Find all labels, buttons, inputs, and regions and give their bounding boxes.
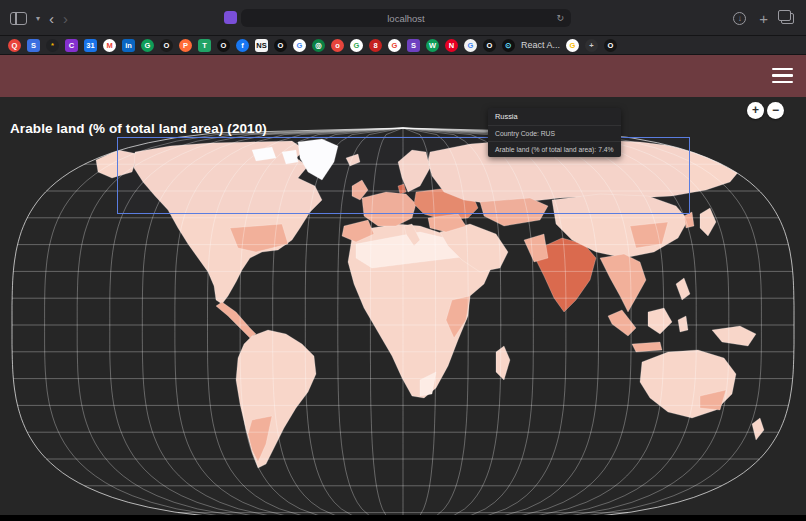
bookmark-favicon[interactable]: O bbox=[160, 39, 173, 52]
island-java[interactable] bbox=[632, 342, 662, 352]
bookmark-favicon[interactable]: G bbox=[141, 39, 154, 52]
bookmark-favicon[interactable]: O bbox=[604, 39, 617, 52]
bookmark-favicon[interactable]: O bbox=[274, 39, 287, 52]
bookmark-favicon[interactable]: N bbox=[445, 39, 458, 52]
bookmark-favicon[interactable]: in bbox=[122, 39, 135, 52]
chevron-down-icon[interactable]: ▾ bbox=[36, 14, 40, 23]
back-button[interactable]: ‹ bbox=[49, 11, 54, 26]
bookmark-favicon[interactable]: O bbox=[483, 39, 496, 52]
bookmark-favicon[interactable]: S bbox=[27, 39, 40, 52]
hamburger-menu-icon[interactable] bbox=[772, 68, 793, 83]
bookmark-favicon[interactable]: O bbox=[217, 39, 230, 52]
region-se-asia[interactable] bbox=[600, 254, 646, 312]
extension-icon[interactable] bbox=[224, 11, 237, 24]
country-australia[interactable] bbox=[640, 350, 736, 418]
tooltip-country-code: Country Code: RUS bbox=[488, 125, 621, 141]
bookmark-favicon[interactable]: C bbox=[65, 39, 78, 52]
bookmark-favicon[interactable]: ⊙ bbox=[502, 39, 515, 52]
tab-overview-icon[interactable] bbox=[781, 13, 794, 24]
zoom-out-button[interactable]: − bbox=[767, 102, 784, 119]
bookmark-favicon[interactable]: 31 bbox=[84, 39, 97, 52]
bookmark-favicon[interactable]: G bbox=[388, 39, 401, 52]
bookmark-favicon[interactable]: T bbox=[198, 39, 211, 52]
browser-titlebar: ▾ ‹ › localhost ↻ ↓ + bbox=[0, 0, 806, 36]
bookmark-favicon[interactable]: ◎ bbox=[312, 39, 325, 52]
country-new-zealand[interactable] bbox=[752, 418, 764, 440]
island-sulawesi[interactable] bbox=[678, 316, 688, 332]
bookmark-favicon[interactable]: f bbox=[236, 39, 249, 52]
country-madagascar[interactable] bbox=[496, 346, 510, 380]
window-bottom-edge bbox=[0, 515, 806, 521]
address-bar[interactable]: localhost ↻ bbox=[241, 9, 571, 27]
island-sumatra[interactable] bbox=[608, 310, 636, 336]
bookmark-favicon[interactable]: o bbox=[331, 39, 344, 52]
url-text: localhost bbox=[387, 13, 425, 24]
page-title: Arable land (% of total land area) (2010… bbox=[10, 121, 267, 136]
country-philippines[interactable] bbox=[676, 278, 690, 300]
bookmark-favicon[interactable]: P bbox=[179, 39, 192, 52]
bookmark-favicon[interactable]: NS bbox=[255, 39, 268, 52]
bookmark-favicon[interactable]: S bbox=[407, 39, 420, 52]
download-icon[interactable]: ↓ bbox=[733, 12, 746, 25]
tooltip-value: Arable land (% of total land area): 7.4% bbox=[488, 141, 621, 157]
bookmark-favicon[interactable]: G bbox=[464, 39, 477, 52]
bookmark-favicon[interactable]: G bbox=[566, 39, 579, 52]
country-pakistan[interactable] bbox=[524, 234, 548, 262]
app-header bbox=[0, 55, 806, 97]
bookmark-favicon[interactable]: M bbox=[103, 39, 116, 52]
new-tab-icon[interactable]: + bbox=[759, 11, 768, 26]
reload-icon[interactable]: ↻ bbox=[556, 13, 564, 23]
bookmark-favicon[interactable]: W bbox=[426, 39, 439, 52]
bookmark-favicon[interactable]: Q bbox=[8, 39, 21, 52]
bookmark-favicon[interactable]: * bbox=[46, 39, 59, 52]
country-south-america[interactable] bbox=[236, 330, 316, 468]
bookmark-favicon[interactable]: G bbox=[293, 39, 306, 52]
bookmark-favicon[interactable]: + bbox=[585, 39, 598, 52]
forward-button[interactable]: › bbox=[63, 11, 68, 26]
bookmarks-bar: QS*C31MinGOPTOfNSOG◎oG8GSWNGO⊙React A...… bbox=[0, 36, 806, 55]
bookmark-favicon[interactable]: 8 bbox=[369, 39, 382, 52]
tooltip-country-name: Russia bbox=[488, 108, 621, 125]
region-central-america[interactable] bbox=[216, 302, 256, 338]
bookmark-favicon[interactable]: G bbox=[350, 39, 363, 52]
zoom-in-button[interactable]: + bbox=[747, 102, 764, 119]
island-borneo[interactable] bbox=[648, 308, 672, 334]
bookmark-label[interactable]: React A... bbox=[521, 40, 560, 50]
map-tooltip: Russia Country Code: RUS Arable land (% … bbox=[488, 108, 621, 157]
island-new-guinea[interactable] bbox=[712, 326, 756, 346]
sidebar-toggle-icon[interactable] bbox=[10, 12, 27, 25]
